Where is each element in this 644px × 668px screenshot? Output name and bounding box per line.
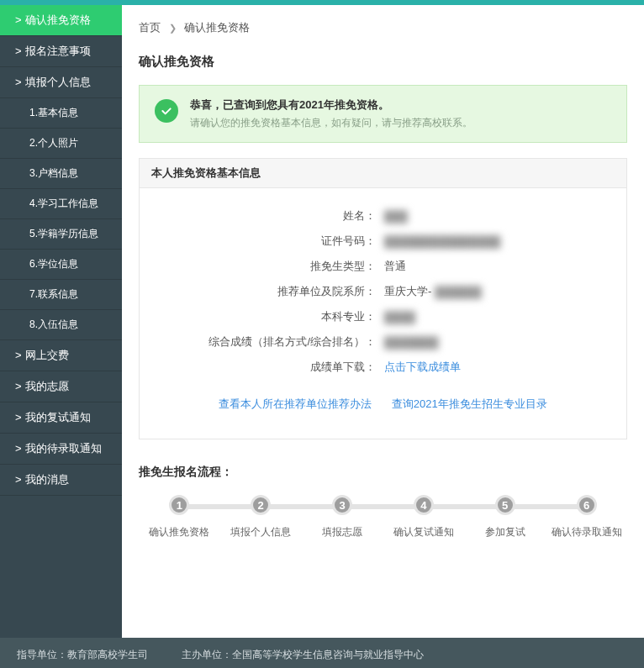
- view-recommendation-method-link[interactable]: 查看本人所在推荐单位推荐办法: [219, 397, 372, 410]
- download-transcript-link[interactable]: 点击下载成绩单: [384, 360, 461, 375]
- sidebar-item-0[interactable]: >确认推免资格: [0, 5, 122, 36]
- flow-step-label: 确认复试通知: [383, 525, 464, 539]
- sidebar-item-label: 1.基本信息: [29, 107, 78, 118]
- sidebar-item-label: 我的待录取通知: [25, 442, 102, 455]
- type-label: 推免生类型：: [140, 259, 379, 274]
- rank-label: 综合成绩（排名方式/综合排名）：: [140, 334, 379, 350]
- flow-step-4: 4确认复试通知: [383, 495, 464, 539]
- sidebar-item-5[interactable]: 3.户档信息: [0, 159, 122, 189]
- chevron-right-icon: >: [15, 380, 22, 392]
- sidebar-item-label: 6.学位信息: [29, 258, 78, 270]
- sidebar-item-4[interactable]: 2.个人照片: [0, 129, 122, 159]
- sidebar-item-2[interactable]: >填报个人信息: [0, 67, 122, 98]
- page-title: 确认推免资格: [139, 45, 627, 85]
- flow-step-label: 参加复试: [464, 525, 546, 539]
- sidebar-item-10[interactable]: 8.入伍信息: [0, 310, 122, 340]
- sidebar-item-14[interactable]: >我的待录取通知: [0, 434, 122, 465]
- chevron-right-icon: >: [15, 349, 22, 361]
- panel-body: 姓名： ███ 证件号码： ███████████████ 推免生类型： 普通 …: [139, 188, 627, 439]
- sidebar-item-label: 5.学籍学历信息: [29, 228, 98, 239]
- breadcrumb-home[interactable]: 首页: [139, 21, 161, 34]
- sidebar-item-8[interactable]: 6.学位信息: [0, 250, 122, 280]
- id-value: ███████████████: [384, 235, 500, 248]
- major-label: 本科专业：: [140, 309, 379, 324]
- sidebar-item-label: 填报个人信息: [25, 76, 91, 88]
- chevron-right-icon: >: [15, 76, 22, 88]
- sidebar: >确认推免资格>报名注意事项>填报个人信息1.基本信息2.个人照片3.户档信息4…: [0, 5, 122, 638]
- footer-host-label: 主办单位：: [182, 649, 232, 660]
- breadcrumb: 首页 ❯ 确认推免资格: [139, 13, 627, 45]
- sidebar-item-label: 2.个人照片: [29, 137, 78, 149]
- sidebar-item-label: 4.学习工作信息: [29, 197, 98, 209]
- main-content: 首页 ❯ 确认推免资格 确认推免资格 恭喜，已查询到您具有2021年推免资格。 …: [122, 5, 644, 638]
- panel-header: 本人推免资格基本信息: [139, 158, 627, 188]
- unit-prefix: 重庆大学-: [384, 284, 431, 299]
- sidebar-item-15[interactable]: >我的消息: [0, 465, 122, 496]
- flow-step-number: 3: [332, 495, 352, 515]
- process-flow: 1确认推免资格2填报个人信息3填报志愿4确认复试通知5参加复试6确认待录取通知: [139, 492, 627, 539]
- flow-step-6: 6确认待录取通知: [546, 495, 627, 539]
- flow-step-5: 5参加复试: [464, 495, 546, 539]
- major-value: ████: [384, 311, 415, 323]
- flow-step-label: 填报志愿: [302, 525, 383, 539]
- flow-step-label: 确认推免资格: [139, 525, 220, 539]
- sidebar-item-3[interactable]: 1.基本信息: [0, 98, 122, 129]
- flow-title: 推免生报名流程：: [139, 439, 627, 492]
- alert-title: 恭喜，已查询到您具有2021年推免资格。: [190, 97, 472, 113]
- flow-step-number: 2: [251, 495, 271, 515]
- chevron-right-icon: >: [15, 442, 22, 455]
- flow-step-2: 2填报个人信息: [220, 495, 302, 539]
- sidebar-item-7[interactable]: 5.学籍学历信息: [0, 219, 122, 250]
- unit-label: 推荐单位及院系所：: [140, 284, 379, 299]
- sidebar-item-13[interactable]: >我的复试通知: [0, 402, 122, 434]
- download-label: 成绩单下载：: [140, 360, 379, 375]
- chevron-right-icon: >: [15, 45, 22, 57]
- sidebar-item-1[interactable]: >报名注意事项: [0, 36, 122, 67]
- footer-host-value: 全国高等学校学生信息咨询与就业指导中心: [232, 649, 424, 660]
- alert-subtitle: 请确认您的推免资格基本信息，如有疑问，请与推荐高校联系。: [190, 116, 472, 130]
- flow-step-number: 6: [577, 495, 597, 515]
- sidebar-item-6[interactable]: 4.学习工作信息: [0, 189, 122, 219]
- center-links: 查看本人所在推荐单位推荐办法 查询2021年推免生招生专业目录: [140, 380, 626, 418]
- chevron-right-icon: >: [15, 473, 22, 486]
- flow-step-1: 1确认推免资格: [139, 495, 220, 539]
- sidebar-item-label: 报名注意事项: [25, 45, 91, 57]
- sidebar-item-9[interactable]: 7.联系信息: [0, 280, 122, 310]
- chevron-right-icon: >: [15, 13, 22, 26]
- name-label: 姓名：: [140, 208, 379, 224]
- chevron-right-icon: ❯: [169, 23, 177, 33]
- sidebar-item-label: 8.入伍信息: [29, 318, 78, 330]
- sidebar-item-12[interactable]: >我的志愿: [0, 371, 122, 402]
- unit-value: ██████: [435, 286, 481, 298]
- flow-step-label: 确认待录取通知: [546, 525, 627, 539]
- flow-step-label: 填报个人信息: [220, 525, 302, 539]
- rank-value: ███████: [384, 336, 438, 349]
- sidebar-item-label: 确认推免资格: [25, 13, 91, 26]
- footer: 指导单位：教育部高校学生司 主办单位：全国高等学校学生信息咨询与就业指导中心: [0, 638, 644, 668]
- sidebar-item-label: 7.联系信息: [29, 288, 78, 300]
- flow-step-number: 5: [495, 495, 515, 515]
- sidebar-item-11[interactable]: >网上交费: [0, 340, 122, 371]
- name-value: ███: [384, 210, 408, 223]
- footer-guide-label: 指导单位：: [17, 649, 67, 660]
- success-alert: 恭喜，已查询到您具有2021年推免资格。 请确认您的推免资格基本信息，如有疑问，…: [139, 85, 627, 143]
- check-circle-icon: [155, 99, 178, 123]
- query-enrollment-catalog-link[interactable]: 查询2021年推免生招生专业目录: [392, 397, 547, 410]
- sidebar-item-label: 我的志愿: [25, 380, 69, 392]
- chevron-right-icon: >: [15, 411, 22, 423]
- breadcrumb-current: 确认推免资格: [184, 21, 250, 34]
- flow-step-number: 4: [414, 495, 434, 515]
- sidebar-item-label: 我的消息: [25, 473, 69, 486]
- type-value: 普通: [379, 259, 406, 274]
- sidebar-item-label: 网上交费: [25, 349, 69, 361]
- sidebar-item-label: 3.户档信息: [29, 167, 78, 179]
- flow-step-3: 3填报志愿: [302, 495, 383, 539]
- flow-step-number: 1: [169, 495, 189, 515]
- sidebar-item-label: 我的复试通知: [25, 411, 91, 423]
- id-label: 证件号码：: [140, 234, 379, 249]
- footer-guide-value: 教育部高校学生司: [67, 649, 148, 660]
